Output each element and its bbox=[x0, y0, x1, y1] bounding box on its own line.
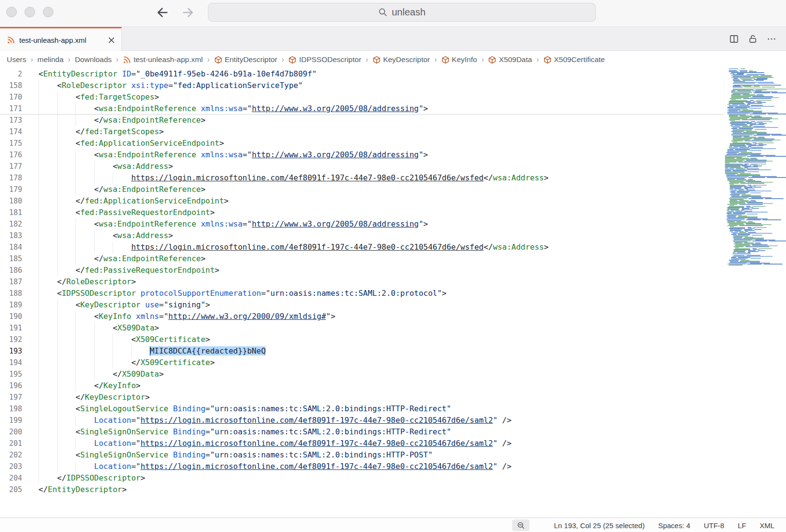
breadcrumb-item-idpssodescriptor[interactable]: IDPSSODescriptor bbox=[288, 55, 361, 64]
code-line[interactable]: 175<fed:ApplicationServiceEndpoint> bbox=[0, 138, 722, 149]
code-line[interactable]: 179</wsa:EndpointReference> bbox=[0, 184, 722, 195]
code-line[interactable]: 173</wsa:EndpointReference> bbox=[0, 114, 722, 126]
code-line[interactable]: 196</KeyInfo> bbox=[0, 380, 722, 392]
breadcrumb-item-keyinfo[interactable]: KeyInfo bbox=[441, 55, 477, 64]
breadcrumb-label: KeyInfo bbox=[452, 55, 477, 64]
code-line[interactable]: 181<fed:PassiveRequestorEndpoint> bbox=[0, 207, 722, 218]
breadcrumb-label: X509Data bbox=[499, 55, 532, 64]
indent-guide bbox=[57, 334, 58, 345]
code-line[interactable]: 180</fed:ApplicationServiceEndpoint> bbox=[0, 195, 722, 207]
window-close-button[interactable] bbox=[6, 7, 17, 17]
breadcrumb-item-test-unleash-app-xml[interactable]: test-unleash-app.xml bbox=[123, 55, 203, 64]
line-content: Location="https://login.microsoftonline.… bbox=[94, 461, 512, 472]
code-line[interactable]: 205</EntityDescriptor> bbox=[0, 484, 722, 495]
code-line[interactable]: 203Location="https://login.microsoftonli… bbox=[0, 461, 722, 472]
status-indentation[interactable]: Spaces: 4 bbox=[658, 521, 690, 530]
code-line[interactable]: 170<fed:TargetScopes> bbox=[0, 91, 722, 103]
split-editor-button[interactable] bbox=[728, 33, 740, 45]
code-line[interactable]: 197</KeyDescriptor> bbox=[0, 392, 722, 403]
indent-guide bbox=[39, 449, 39, 461]
code-line[interactable]: 202<SingleSignOnService Binding="urn:oas… bbox=[0, 449, 722, 461]
zoom-indicator-icon[interactable] bbox=[512, 519, 529, 531]
line-number: 204 bbox=[0, 472, 22, 484]
code-line[interactable]: 199Location="https://login.microsoftonli… bbox=[0, 415, 722, 426]
line-content: <fed:TargetScopes> bbox=[76, 91, 159, 103]
indent-guide bbox=[76, 345, 76, 357]
status-encoding[interactable]: UTF-8 bbox=[704, 521, 724, 530]
code-line[interactable]: 188<IDPSSODescriptor protocolSupportEnum… bbox=[0, 288, 722, 299]
code-line[interactable]: 2<EntityDescriptor ID="_0be4911f-95eb-42… bbox=[0, 68, 722, 80]
code-line[interactable]: 200<SingleSignOnService Binding="urn:oas… bbox=[0, 426, 722, 438]
code-line[interactable]: 190<KeyInfo xmlns="http://www.w3.org/200… bbox=[0, 311, 722, 322]
line-number: 186 bbox=[0, 265, 22, 276]
breadcrumb-item-x509data[interactable]: X509Data bbox=[488, 55, 532, 64]
ellipsis-icon bbox=[767, 34, 776, 44]
breadcrumb-separator: › bbox=[434, 55, 437, 64]
editor-lock-button[interactable] bbox=[747, 33, 759, 45]
code-line[interactable]: 177<wsa:Address> bbox=[0, 161, 722, 172]
line-content: <KeyInfo xmlns="http://www.w3.org/2000/0… bbox=[94, 311, 335, 322]
line-content: <fed:ApplicationServiceEndpoint> bbox=[76, 138, 224, 149]
code-line[interactable]: 195</X509Data> bbox=[0, 368, 722, 380]
window-controls bbox=[6, 7, 53, 17]
code-line[interactable]: 194</X509Certificate> bbox=[0, 357, 722, 368]
indent-guide bbox=[76, 230, 76, 241]
code-line[interactable]: 185</wsa:EndpointReference> bbox=[0, 253, 722, 265]
breadcrumb-item-downloads[interactable]: Downloads bbox=[75, 55, 112, 64]
code-line[interactable]: 192<X509Certificate> bbox=[0, 334, 722, 345]
status-language-mode[interactable]: XML bbox=[760, 521, 774, 530]
line-number: 195 bbox=[0, 368, 22, 380]
line-number: 192 bbox=[0, 334, 22, 345]
unlock-icon bbox=[748, 34, 758, 44]
line-content: <SingleSignOnService Binding="urn:oasis:… bbox=[76, 449, 433, 461]
code-line[interactable]: 182<wsa:EndpointReference xmlns:wsa="htt… bbox=[0, 218, 722, 230]
code-line[interactable]: 176<wsa:EndpointReference xmlns:wsa="htt… bbox=[0, 149, 722, 161]
code-line[interactable]: 174</fed:TargetScopes> bbox=[0, 126, 722, 138]
breadcrumb-label: melinda bbox=[38, 55, 64, 64]
code-line[interactable]: 191<X509Data> bbox=[0, 322, 722, 334]
forward-button[interactable] bbox=[181, 5, 195, 21]
indent-guide bbox=[57, 345, 58, 357]
indent-guide bbox=[57, 380, 58, 392]
window-maximize-button[interactable] bbox=[43, 7, 53, 17]
minimap[interactable] bbox=[723, 68, 786, 270]
tab-test-unleash-app[interactable]: test-unleash-app.xml bbox=[0, 27, 122, 51]
breadcrumb-item-entitydescriptor[interactable]: EntityDescriptor bbox=[214, 55, 277, 64]
indent-guide bbox=[113, 334, 113, 345]
command-center-search[interactable]: unleash bbox=[208, 3, 596, 22]
breadcrumb-item-keydescriptor[interactable]: KeyDescriptor bbox=[373, 55, 430, 64]
indent-guide bbox=[39, 380, 39, 392]
indent-guide bbox=[39, 426, 39, 438]
back-button[interactable] bbox=[155, 5, 169, 21]
window-minimize-button[interactable] bbox=[25, 7, 35, 17]
code-line[interactable]: 184https://login.microsoftonline.com/4ef… bbox=[0, 241, 722, 253]
breadcrumb-item-users[interactable]: Users bbox=[7, 55, 26, 64]
tab-close-icon[interactable] bbox=[106, 35, 116, 45]
breadcrumb-label: test-unleash-app.xml bbox=[133, 55, 203, 64]
code-line[interactable]: 158<RoleDescriptor xsi:type="fed:Applica… bbox=[0, 80, 722, 91]
code-line[interactable]: 201Location="https://login.microsoftonli… bbox=[0, 438, 722, 449]
selected-text: MIIC8DCCA{{redacted}}bNeQ bbox=[150, 346, 266, 355]
code-line[interactable]: 187</RoleDescriptor> bbox=[0, 276, 722, 288]
code-line[interactable]: 183<wsa:Address> bbox=[0, 230, 722, 241]
code-line[interactable]: 171<wsa:EndpointReference xmlns:wsa="htt… bbox=[0, 103, 722, 114]
code-line[interactable]: 178https://login.microsoftonline.com/4ef… bbox=[0, 172, 722, 184]
breadcrumb-item-melinda[interactable]: melinda bbox=[38, 55, 64, 64]
code-line[interactable]: 193MIIC8DCCA{{redacted}}bNeQ bbox=[0, 345, 722, 357]
editor[interactable]: 173</wsa:EndpointReference>174</fed:Targ… bbox=[0, 68, 786, 518]
indent-guide bbox=[39, 241, 39, 253]
sticky-scroll[interactable]: 2<EntityDescriptor ID="_0be4911f-95eb-42… bbox=[0, 68, 723, 114]
status-bar: Ln 193, Col 25 (25 selected)Spaces: 4UTF… bbox=[0, 518, 786, 532]
breadcrumb-item-x509certificate[interactable]: X509Certificate bbox=[543, 55, 605, 64]
status-cursor-position[interactable]: Ln 193, Col 25 (25 selected) bbox=[554, 521, 644, 530]
code-line[interactable]: 204</IDPSSODescriptor> bbox=[0, 472, 722, 484]
line-content: <KeyDescriptor use="signing"> bbox=[76, 299, 210, 311]
line-number: 205 bbox=[0, 484, 22, 495]
line-number: 182 bbox=[0, 218, 22, 230]
code-line[interactable]: 198<SingleLogoutService Binding="urn:oas… bbox=[0, 403, 722, 415]
more-actions-button[interactable] bbox=[766, 33, 777, 45]
status-eol[interactable]: LF bbox=[738, 521, 747, 530]
tab-bar: test-unleash-app.xml bbox=[0, 27, 786, 51]
code-line[interactable]: 186</fed:PassiveRequestorEndpoint> bbox=[0, 265, 722, 276]
code-line[interactable]: 189<KeyDescriptor use="signing"> bbox=[0, 299, 722, 311]
